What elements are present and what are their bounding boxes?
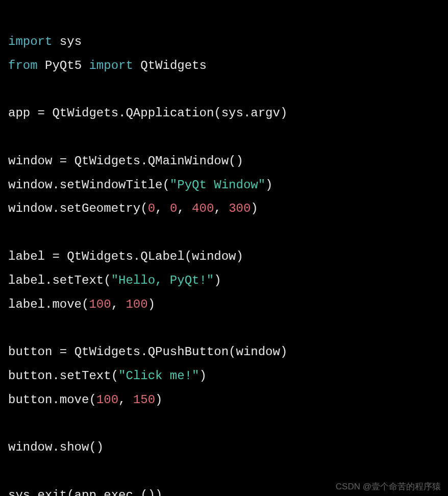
var-window: window [8,154,52,168]
code-line-11: label.setText("Hello, PyQt!") [8,274,221,287]
keyword-import: import [89,59,133,72]
code-line-1: import sys [8,35,82,48]
keyword-from: from [8,59,38,72]
code-line-10: label = QtWidgets.QLabel(window) [8,250,243,263]
code-line-6: window = QtWidgets.QMainWindow() [8,154,243,168]
code-line-15: button.setText("Click me!") [8,369,207,383]
code-line-16: button.move(100, 150) [8,393,162,407]
module-pyqt5: PyQt5 [45,59,82,72]
module-sys: sys [60,35,82,48]
code-line-14: button = QtWidgets.QPushButton(window) [8,345,287,359]
string-title: "PyQt Window" [170,178,265,192]
keyword-import: import [8,35,52,48]
code-block: import sys from PyQt5 import QtWidgets a… [8,6,440,496]
code-line-4: app = QtWidgets.QApplication(sys.argv) [8,106,287,120]
code-line-8: window.setGeometry(0, 0, 400, 300) [8,202,258,215]
var-app: app [8,106,30,120]
string-hello: "Hello, PyQt!" [111,274,214,287]
var-button: button [8,345,52,359]
code-line-18: window.show() [8,440,104,454]
watermark: CSDN @壹个命苦的程序猿 [336,482,441,492]
code-line-12: label.move(100, 100) [8,297,155,311]
module-qtwidgets: QtWidgets [140,59,207,72]
code-line-2: from PyQt5 import QtWidgets [8,59,207,72]
string-click: "Click me!" [118,369,199,383]
code-line-7: window.setWindowTitle("PyQt Window") [8,178,273,192]
var-label: label [8,250,45,263]
code-line-20: sys.exit(app.exec_()) [8,488,162,496]
